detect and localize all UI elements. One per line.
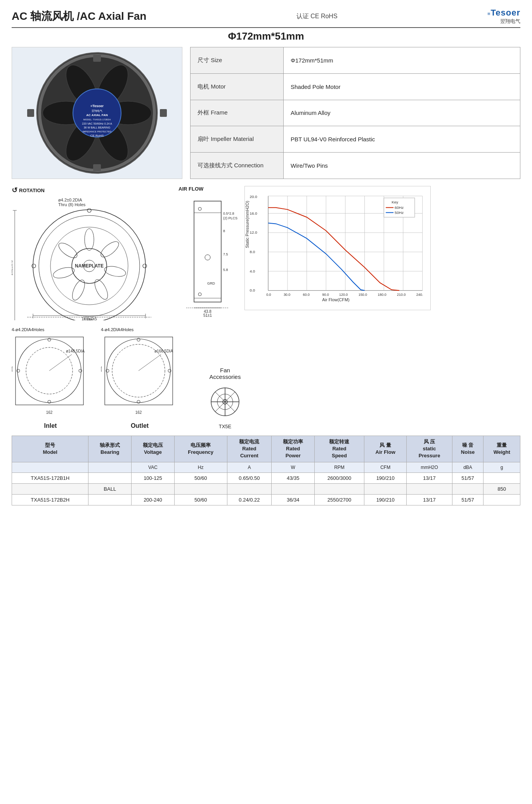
svg-point-39 <box>143 264 147 268</box>
table-cell-1-10: 850 <box>483 483 520 494</box>
svg-text:ø166.5DIA: ø166.5DIA <box>154 349 173 353</box>
svg-text:180.0: 180.0 <box>378 293 386 297</box>
svg-rect-18 <box>160 109 167 117</box>
svg-text:210.0: 210.0 <box>397 293 405 297</box>
svg-point-28 <box>85 229 94 250</box>
inlet-label: Inlet <box>12 422 89 429</box>
performance-chart: 0.0 4.0 8.0 12.0 16.0 20.0 0.0 3 <box>244 186 520 312</box>
svg-rect-17 <box>27 109 34 117</box>
svg-text:Air Flow(CFM): Air Flow(CFM) <box>322 297 349 302</box>
table-row: TXA51S-172B2H200-24050/600.24/0.2236/342… <box>12 494 520 505</box>
table-unit-9: dBA <box>452 462 483 472</box>
svg-text:ø4.2±0.2DIA: ø4.2±0.2DIA <box>58 198 82 202</box>
side-view-svg: GRD 0.5*2.8 (2) PLCS 8 7.5 5.8 43.8 51±1 <box>178 193 241 318</box>
svg-point-110 <box>79 369 82 372</box>
svg-point-119 <box>137 400 140 403</box>
table-unit-10: g <box>483 462 520 472</box>
logo-cn: 翌翔电气 <box>500 18 520 25</box>
svg-rect-50 <box>194 201 221 302</box>
table-cell-2-3: 50/60 <box>174 494 227 505</box>
svg-text:182: 182 <box>12 366 13 372</box>
diagram-middle: AIR FLOW GRD 0.5*2.8 (2) PLCS 8 7.5 5.8 … <box>178 186 241 319</box>
svg-point-107 <box>48 338 51 341</box>
svg-text:7.5: 7.5 <box>223 252 228 256</box>
svg-text:NAMEPLATE: NAMEPLATE <box>75 263 104 269</box>
table-cell-1-4 <box>227 483 272 494</box>
svg-text:Thru (8) Holes: Thru (8) Holes <box>58 202 86 207</box>
spec-value: Wire/Two Pins <box>284 153 520 179</box>
rotation-text: ROTATION <box>19 188 45 193</box>
svg-text:60.0: 60.0 <box>303 293 310 297</box>
svg-point-38 <box>32 264 36 268</box>
table-header-5: 额定功率 Rated Power <box>272 436 315 462</box>
table-cell-0-0: TXA51S-172B1H <box>12 472 88 483</box>
svg-text:182: 182 <box>101 366 102 372</box>
svg-text:162: 162 <box>46 410 53 415</box>
svg-point-55 <box>205 255 210 260</box>
diagram-section: ↺ ROTATION ø4.2±0.2DIA Thru (8) Holes <box>12 186 520 322</box>
svg-text:8.0: 8.0 <box>250 250 255 254</box>
accessories-section: Fan Accessories TX5E <box>194 367 256 429</box>
diagram-left: ↺ ROTATION ø4.2±0.2DIA Thru (8) Holes <box>12 186 175 322</box>
table-cell-0-9: 51/57 <box>452 472 483 483</box>
spec-value: Shaded Pole Motor <box>284 73 520 100</box>
svg-text:0.0: 0.0 <box>250 288 255 292</box>
table-header-0: 型号 Model <box>12 436 88 462</box>
table-header-2: 额定电压 Voltage <box>132 436 175 462</box>
spec-label: 可选接线方式 Connection <box>191 153 284 179</box>
svg-text:60Hz: 60Hz <box>395 205 404 210</box>
header-title: AC 轴流风机 /AC Axial Fan <box>12 9 146 24</box>
table-header-6: 额定转速 Rated Speed <box>315 436 364 462</box>
spec-row: 外框 Frame Aluminum Alloy <box>191 100 520 126</box>
accessories-model: TX5E <box>219 424 232 429</box>
svg-text:翌翔电气: 翌翔电气 <box>92 109 102 112</box>
spec-label: 尺寸 Size <box>191 47 284 74</box>
spec-value: Φ172mm*51mm <box>284 47 520 74</box>
svg-text:150.0: 150.0 <box>359 293 367 297</box>
svg-text:162: 162 <box>135 410 142 415</box>
svg-text:30.0: 30.0 <box>284 293 290 297</box>
svg-line-111 <box>49 354 72 371</box>
table-cell-2-5: 36/34 <box>272 494 315 505</box>
table-row: TXA51S-172B1H100-12550/600.65/0.5043/352… <box>12 472 520 483</box>
table-cell-2-8: 13/17 <box>407 494 452 505</box>
svg-text:IMPEDANCE PROTECTED: IMPEDANCE PROTECTED <box>83 130 112 133</box>
table-header-7: 风 量 Air Flow <box>364 436 406 462</box>
table-cell-0-6: 2600/3000 <box>315 472 364 483</box>
table-cell-2-6: 2550/2700 <box>315 494 364 505</box>
spec-label: 外框 Frame <box>191 100 284 126</box>
svg-text:162±0.5: 162±0.5 <box>12 260 13 276</box>
svg-point-121 <box>168 369 171 372</box>
spec-table: 尺寸 Size Φ172mm*51mm电机 Motor Shaded Pole … <box>190 47 520 179</box>
svg-point-108 <box>48 400 51 403</box>
svg-text:Static Pressure(mmH2O): Static Pressure(mmH2O) <box>245 201 250 248</box>
table-cell-0-8: 13/17 <box>407 472 452 483</box>
table-cell-2-10 <box>483 494 520 505</box>
table-unit-4: A <box>227 462 272 472</box>
rotation-label: ↺ ROTATION <box>12 186 175 194</box>
front-view-svg: ø4.2±0.2DIA Thru (8) Holes NAMEPLA <box>12 196 175 320</box>
table-cell-1-6 <box>315 483 364 494</box>
svg-text:220  VAC 50/60Hz  0.24  A: 220 VAC 50/60Hz 0.24 A <box>82 122 112 125</box>
svg-text:GRD: GRD <box>207 281 215 285</box>
table-unit-8: mmH2O <box>407 462 452 472</box>
logo-brand: ≡Tesoer <box>487 8 520 18</box>
svg-text:50Hz: 50Hz <box>395 210 404 215</box>
table-cell-1-3 <box>174 483 227 494</box>
table-cell-0-5: 43/35 <box>272 472 315 483</box>
rotation-arrow-icon: ↺ <box>12 186 17 194</box>
outlet-svg: ø166.5DIA 182 162 <box>101 333 177 418</box>
table-cell-2-2: 200-240 <box>132 494 175 505</box>
table-unit-7: CFM <box>364 462 406 472</box>
table-cell-2-9: 51/57 <box>452 494 483 505</box>
data-table-section: 型号 Model轴承形式 Bearing额定电压 Voltage电压频率 Fre… <box>12 436 520 505</box>
bottom-diagrams: 4-ø4.2DIA4Holes ø148.5DIA 182 162 Inlet … <box>12 327 520 429</box>
spec-label: 扇叶 Impeller Material <box>191 126 284 153</box>
spec-label: 电机 Motor <box>191 73 284 100</box>
svg-point-53 <box>198 207 201 210</box>
outlet-label: Outlet <box>101 422 178 429</box>
inlet-svg: ø148.5DIA 182 162 <box>12 333 87 418</box>
svg-point-118 <box>137 338 140 341</box>
svg-text:240.: 240. <box>416 293 423 297</box>
table-cell-2-1 <box>88 494 132 505</box>
